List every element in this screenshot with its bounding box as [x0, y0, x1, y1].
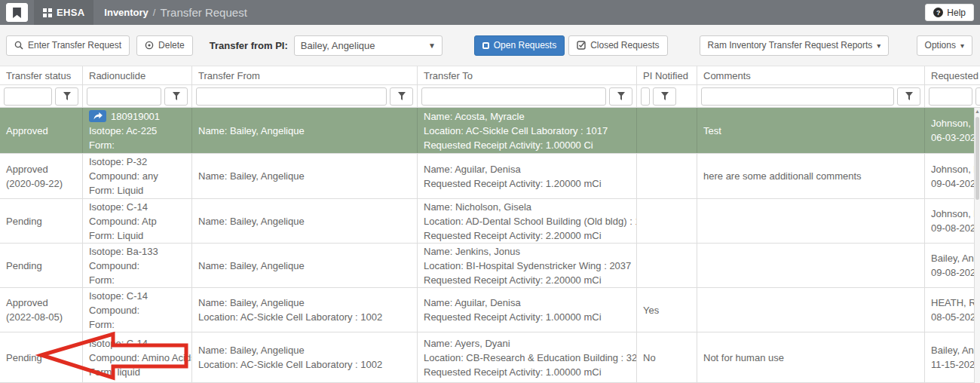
breadcrumb-divider: / — [153, 7, 156, 18]
column-header-transfer-from[interactable]: Transfer From — [192, 66, 418, 84]
cell-transfer-from: Name: Bailey, Angelique — [192, 199, 418, 243]
closed-requests-check-icon — [577, 41, 586, 50]
filter-button-comments[interactable] — [897, 87, 920, 106]
cell-transfer-to: Name: Acosta, MyracleLocation: AC-Sickle… — [418, 108, 637, 153]
scroll-up-icon[interactable]: ▲ — [975, 108, 980, 115]
cell-comments: here are some additionall comments — [697, 154, 925, 198]
cell-requested-by: HEATH, ROE08-05-2022 ( — [925, 288, 980, 332]
cell-transfer-status: Pending — [0, 199, 83, 243]
vertical-scrollbar[interactable]: ▲ — [974, 108, 980, 383]
column-header-pi-notified[interactable]: PI Notified — [637, 66, 697, 84]
brand-name: EHSA — [57, 7, 84, 18]
enter-transfer-request-button[interactable]: Enter Transfer Request — [6, 35, 130, 56]
cell-transfer-from: Name: Bailey, AngeliqueLocation: AC-Sick… — [192, 288, 418, 332]
filter-input-transfer-status[interactable] — [4, 87, 52, 106]
transfer-from-pi-label: Transfer from PI: — [210, 40, 288, 51]
table-row[interactable]: Approved 180919001 Isotope: Ac-225Form: … — [0, 108, 980, 154]
closed-requests-button[interactable]: Closed Requests — [568, 35, 667, 56]
cell-comments — [697, 244, 925, 287]
cell-transfer-from: Name: Bailey, Angelique — [192, 108, 418, 153]
cell-pi-notified — [637, 244, 697, 287]
cell-pi-notified: Yes — [637, 288, 697, 332]
scrollbar-thumb[interactable] — [975, 117, 979, 200]
column-header-transfer-status[interactable]: Transfer status — [0, 66, 83, 84]
options-dropdown-button[interactable]: Options ▾ — [917, 35, 972, 56]
cell-transfer-to: Name: Ayers, DyaniLocation: CB-Research … — [418, 332, 637, 382]
cell-requested-by: Johnson, Kar09-08-2020 ( — [925, 199, 980, 243]
filter-button-transfer-to[interactable] — [609, 87, 632, 106]
grid-icon — [43, 8, 52, 17]
table-row[interactable]: Pending Isotope: C-14Compound: Amino Aci… — [0, 332, 980, 383]
filter-input-requested-by[interactable] — [929, 87, 972, 106]
table-row[interactable]: Pending Isotope: C-14Compound: AtpForm: … — [0, 199, 980, 244]
transfer-number: 180919001 — [111, 109, 160, 124]
filter-input-pi-notified[interactable] — [641, 87, 650, 106]
filter-row — [0, 85, 980, 108]
cell-radionuclide: Isotope: Ba-133Compound:Form: — [83, 244, 192, 287]
cell-transfer-from: Name: Bailey, Angelique — [192, 154, 418, 198]
reports-dropdown-button[interactable]: Ram Inventory Transfer Request Reports ▾ — [700, 35, 890, 56]
cell-transfer-status: Pending — [0, 332, 83, 382]
filter-button-radionuclide[interactable] — [164, 87, 188, 106]
page-title: Transfer Request — [160, 6, 247, 19]
cell-comments: Not for human use — [697, 332, 925, 382]
filter-input-radionuclide[interactable] — [87, 87, 161, 106]
top-bar: EHSA Inventory / Transfer Request ? Help — [0, 0, 980, 25]
table-row[interactable]: Pending Isotope: Ba-133Compound:Form: Na… — [0, 244, 980, 288]
cell-radionuclide: Isotope: C-14Compound: Amino AcidsForm: … — [83, 332, 192, 382]
cell-radionuclide: Isotope: C-14Compound:Form: — [83, 288, 192, 332]
funnel-icon — [398, 92, 406, 100]
search-icon — [14, 41, 23, 50]
column-header-radionuclide[interactable]: Radionuclide — [83, 66, 192, 84]
column-header-requested-by[interactable]: Requested By — [925, 66, 980, 84]
breadcrumb[interactable]: Inventory — [104, 7, 149, 18]
cell-requested-by: Johnson, Kar06-03-2020 ( — [925, 108, 980, 153]
cell-radionuclide: Isotope: P-32Compound: anyForm: Liquid — [83, 154, 192, 198]
funnel-icon — [63, 92, 71, 100]
cell-pi-notified — [637, 154, 697, 198]
cell-transfer-status: Pending — [0, 244, 83, 287]
cell-pi-notified: No — [637, 332, 697, 382]
delete-icon — [145, 41, 154, 50]
chevron-down-icon: ▾ — [960, 41, 964, 50]
open-requests-button[interactable]: Open Requests — [474, 35, 565, 56]
toolbar: Enter Transfer Request Delete Transfer f… — [0, 25, 980, 66]
column-header-transfer-to[interactable]: Transfer To — [418, 66, 637, 84]
filter-button-transfer-from[interactable] — [390, 87, 413, 106]
cell-transfer-to: Name: Nicholson, GiselaLocation: AD-Dent… — [418, 199, 637, 243]
cell-comments: Test — [697, 108, 925, 153]
table-row[interactable]: Approved(2020-09-22) Isotope: P-32Compou… — [0, 154, 980, 199]
help-icon: ? — [933, 8, 943, 17]
cell-radionuclide: 180919001 Isotope: Ac-225Form: — [83, 108, 192, 153]
funnel-icon — [905, 92, 913, 100]
forward-arrow-icon — [93, 112, 103, 120]
cell-transfer-from: Name: Bailey, AngeliqueLocation: AC-Sick… — [192, 332, 418, 382]
bookmark-icon — [13, 8, 21, 18]
filter-button-pi-notified[interactable] — [653, 87, 676, 106]
transfer-forward-badge[interactable] — [89, 110, 106, 122]
chevron-down-icon: ▾ — [877, 41, 880, 50]
filter-button-requested-by[interactable] — [975, 87, 980, 106]
help-button[interactable]: ? Help — [925, 4, 974, 21]
filter-button-transfer-status[interactable] — [55, 87, 78, 106]
cell-transfer-to: Name: Aguilar, DenisaRequested Receipt A… — [418, 288, 637, 332]
cell-transfer-from: Name: Bailey, Angelique — [192, 244, 418, 287]
filter-input-comments[interactable] — [701, 87, 894, 106]
brand-segment[interactable]: EHSA — [34, 0, 93, 25]
cell-transfer-to: Name: Jenkins, JonusLocation: BI-Hospita… — [418, 244, 637, 287]
column-header-comments[interactable]: Comments — [697, 66, 925, 84]
funnel-icon — [173, 92, 180, 100]
bookmark-button[interactable] — [6, 3, 28, 22]
cell-pi-notified — [637, 199, 697, 243]
filter-input-transfer-from[interactable] — [196, 87, 387, 106]
table-row[interactable]: Approved(2022-08-05) Isotope: C-14Compou… — [0, 288, 980, 332]
delete-button[interactable]: Delete — [136, 35, 193, 56]
cell-transfer-to: Name: Aguilar, DenisaRequested Receipt A… — [418, 154, 637, 198]
transfer-request-table: Transfer status Radionuclide Transfer Fr… — [0, 66, 980, 383]
filter-input-transfer-to[interactable] — [421, 87, 606, 106]
pi-select[interactable]: Bailey, Angelique ▼ — [294, 35, 443, 56]
cell-transfer-status: Approved(2020-09-22) — [0, 154, 83, 198]
cell-comments — [697, 199, 925, 243]
help-label: Help — [947, 8, 966, 18]
cell-requested-by: Bailey, Angel09-08-2020 ( — [925, 244, 980, 287]
